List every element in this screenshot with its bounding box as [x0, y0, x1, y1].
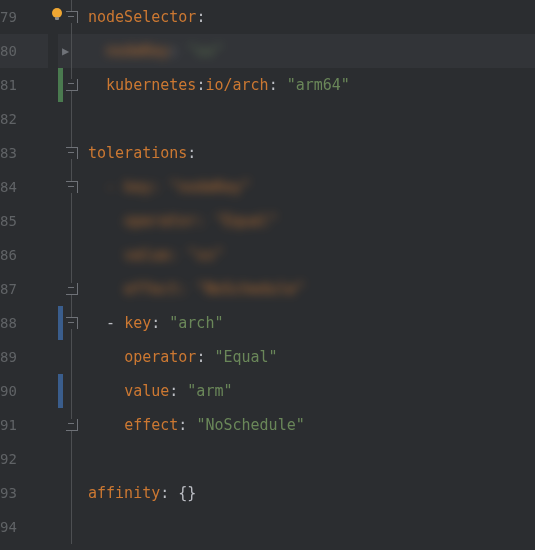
line-number: 91: [0, 408, 17, 442]
code-line[interactable]: - key: "arch": [86, 306, 535, 340]
line-number: 85: [0, 204, 17, 238]
line-number: 81: [0, 68, 17, 102]
svg-rect-1: [55, 17, 59, 20]
line-number: 87: [0, 272, 17, 306]
code-line[interactable]: - key: "nodeKey": [86, 170, 535, 204]
yaml-colon: :: [196, 0, 205, 34]
line-number: 92: [0, 442, 17, 476]
code-line[interactable]: operator: "Equal": [86, 204, 535, 238]
yaml-string: "arm64": [287, 68, 350, 102]
line-number: 88: [0, 306, 17, 340]
code-line[interactable]: kubernetes:io/arch: "arm64": [86, 68, 535, 102]
yaml-key: kubernetes: [106, 68, 196, 102]
code-line[interactable]: [86, 442, 535, 476]
fold-toggle-icon[interactable]: [66, 283, 78, 295]
fold-gutter[interactable]: [58, 0, 86, 550]
code-line[interactable]: effect: "NoSchedule": [86, 408, 535, 442]
code-line-current[interactable]: nodeKey: "xx": [86, 34, 535, 68]
yaml-key: effect: [124, 408, 178, 442]
code-content[interactable]: nodeSelector: nodeKey: "xx" kubernetes:i…: [86, 0, 535, 550]
fold-toggle-icon[interactable]: [66, 181, 78, 193]
yaml-key: value: [124, 374, 169, 408]
code-line[interactable]: operator: "Equal": [86, 340, 535, 374]
yaml-key: nodeSelector: [88, 0, 196, 34]
yaml-string: "arm": [187, 374, 232, 408]
line-number: 83: [0, 136, 17, 170]
line-number: 79: [0, 0, 17, 34]
line-number: 89: [0, 340, 17, 374]
yaml-key: key: [124, 306, 151, 340]
code-line[interactable]: effect: "NoSchedule": [86, 272, 535, 306]
fold-toggle-icon[interactable]: [66, 147, 78, 159]
line-number: 80: [0, 34, 17, 68]
code-line[interactable]: value: "xx": [86, 238, 535, 272]
code-line[interactable]: [86, 102, 535, 136]
fold-toggle-icon[interactable]: [66, 79, 78, 91]
lightbulb-icon[interactable]: [49, 6, 65, 22]
line-number: 84: [0, 170, 17, 204]
code-editor[interactable]: 79 80 81 82 83 84 85 86 87 88 89 90 91 9…: [0, 0, 535, 550]
yaml-string: "Equal": [214, 340, 277, 374]
line-number: 93: [0, 476, 17, 510]
line-number: 94: [0, 510, 17, 544]
code-line[interactable]: affinity: {}: [86, 476, 535, 510]
yaml-string: "arch": [169, 306, 223, 340]
yaml-key: affinity: [88, 476, 160, 510]
code-line[interactable]: [86, 510, 535, 544]
fold-toggle-icon[interactable]: [66, 11, 78, 23]
fold-toggle-icon[interactable]: [66, 419, 78, 431]
code-line[interactable]: nodeSelector:: [86, 0, 535, 34]
line-number-gutter[interactable]: 79 80 81 82 83 84 85 86 87 88 89 90 91 9…: [0, 0, 58, 550]
svg-point-0: [52, 8, 62, 18]
fold-toggle-icon[interactable]: [66, 317, 78, 329]
code-line[interactable]: tolerations:: [86, 136, 535, 170]
yaml-key: tolerations: [88, 136, 187, 170]
line-number: 90: [0, 374, 17, 408]
line-number: 86: [0, 238, 17, 272]
line-number: 82: [0, 102, 17, 136]
yaml-string: "NoSchedule": [196, 408, 304, 442]
breakpoint-arrow-icon[interactable]: ▶: [62, 44, 69, 58]
code-line[interactable]: value: "arm": [86, 374, 535, 408]
yaml-key: operator: [124, 340, 196, 374]
yaml-value: {}: [178, 476, 196, 510]
